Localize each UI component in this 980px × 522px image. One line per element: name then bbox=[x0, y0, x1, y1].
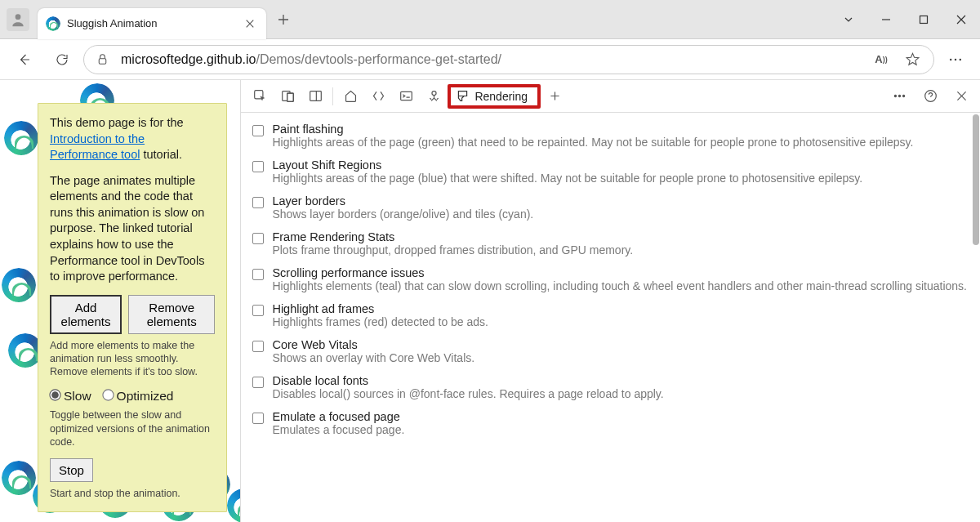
devtools-pane: Rendering Paint flashingHighlights areas bbox=[241, 80, 980, 522]
page-content: This demo page is for the Introduction t… bbox=[0, 80, 241, 522]
devtools-more-button[interactable] bbox=[885, 83, 913, 110]
option-checkbox[interactable] bbox=[252, 377, 264, 388]
svg-rect-1 bbox=[920, 16, 928, 23]
profile-button[interactable] bbox=[7, 8, 29, 31]
window-close-button[interactable] bbox=[942, 0, 980, 39]
devtools-close-button[interactable] bbox=[947, 83, 975, 110]
tab-actions-button[interactable] bbox=[830, 0, 867, 39]
site-info-lock-icon[interactable] bbox=[96, 52, 109, 66]
option-checkbox[interactable] bbox=[252, 341, 264, 352]
dock-side-button[interactable] bbox=[301, 83, 329, 110]
toggle-hint: Toggle between the slow and optimized ve… bbox=[50, 408, 215, 448]
svg-point-0 bbox=[16, 14, 21, 20]
option-description: Shows layer borders (orange/olive) and t… bbox=[272, 207, 967, 221]
rendering-option: Layout Shift RegionsHighlights areas of … bbox=[247, 154, 980, 190]
optimized-radio[interactable] bbox=[102, 390, 114, 401]
option-title: Highlight ad frames bbox=[272, 302, 967, 315]
slow-radio-label[interactable]: Slow bbox=[50, 388, 91, 405]
browser-toolbar: microsoftedge.github.io/Demos/devtools-p… bbox=[0, 39, 980, 80]
option-description: Highlights elements (teal) that can slow… bbox=[272, 279, 967, 292]
url-text: microsoftedge.github.io/Demos/devtools-p… bbox=[121, 52, 860, 67]
svg-point-15 bbox=[898, 95, 900, 96]
paintbrush-icon bbox=[456, 89, 470, 103]
window-maximize-button[interactable] bbox=[905, 0, 942, 39]
stop-button[interactable]: Stop bbox=[50, 458, 93, 482]
svg-point-16 bbox=[902, 95, 904, 96]
option-description: Emulates a focused page. bbox=[272, 423, 967, 436]
option-description: Highlights areas of the page (green) tha… bbox=[272, 136, 967, 149]
option-title: Core Web Vitals bbox=[272, 338, 967, 351]
elements-tab-icon[interactable] bbox=[364, 83, 392, 110]
device-toggle-button[interactable] bbox=[274, 83, 301, 110]
option-checkbox[interactable] bbox=[252, 161, 264, 172]
rendering-option: Layer bordersShows layer borders (orange… bbox=[247, 190, 980, 225]
welcome-tab-icon[interactable] bbox=[336, 83, 364, 110]
favorite-star-button[interactable] bbox=[902, 50, 922, 69]
titlebar: Sluggish Animation bbox=[0, 0, 980, 39]
edge-favicon-icon bbox=[46, 16, 60, 31]
rendering-panel[interactable]: Paint flashingHighlights areas of the pa… bbox=[241, 113, 980, 522]
option-checkbox[interactable] bbox=[252, 269, 264, 280]
add-remove-hint: Add more elements to make the animation … bbox=[50, 339, 215, 379]
option-description: Shows an overlay with Core Web Vitals. bbox=[272, 351, 967, 364]
devtools-help-button[interactable] bbox=[916, 83, 944, 110]
inspect-element-button[interactable] bbox=[246, 83, 274, 110]
rendering-option: Disable local fontsDisables local() sour… bbox=[247, 369, 980, 405]
demo-info-box: This demo page is for the Introduction t… bbox=[38, 103, 227, 512]
intro-link[interactable]: Introduction to the Performance tool bbox=[50, 132, 145, 162]
option-title: Emulate a focused page bbox=[272, 410, 967, 423]
settings-more-button[interactable] bbox=[939, 43, 972, 76]
rendering-option: Paint flashingHighlights areas of the pa… bbox=[247, 118, 980, 154]
rendering-tab[interactable]: Rendering bbox=[448, 84, 541, 109]
option-title: Scrolling performance issues bbox=[272, 266, 967, 279]
option-checkbox[interactable] bbox=[252, 197, 264, 208]
console-tab-icon[interactable] bbox=[392, 83, 420, 110]
option-title: Disable local fonts bbox=[272, 374, 967, 387]
option-title: Layout Shift Regions bbox=[272, 158, 967, 172]
rendering-option: Frame Rendering StatsPlots frame through… bbox=[247, 225, 980, 261]
devtools-toolbar: Rendering bbox=[241, 80, 980, 113]
rendering-option: Scrolling performance issuesHighlights e… bbox=[247, 261, 980, 297]
option-title: Frame Rendering Stats bbox=[272, 230, 967, 243]
option-checkbox[interactable] bbox=[252, 305, 264, 316]
svg-rect-10 bbox=[310, 91, 322, 101]
svg-rect-2 bbox=[99, 59, 106, 64]
tab-title: Sluggish Animation bbox=[67, 17, 235, 29]
new-tab-button[interactable] bbox=[270, 6, 297, 33]
add-elements-button[interactable]: Add elements bbox=[50, 295, 122, 334]
scrollbar-thumb[interactable] bbox=[973, 114, 979, 245]
option-title: Layer borders bbox=[272, 194, 967, 207]
option-checkbox[interactable] bbox=[252, 233, 264, 244]
back-button[interactable] bbox=[8, 43, 41, 76]
slow-radio[interactable] bbox=[49, 390, 60, 401]
svg-point-4 bbox=[955, 58, 957, 60]
stop-hint: Start and stop the animation. bbox=[50, 487, 215, 500]
optimized-radio-label[interactable]: Optimized bbox=[103, 388, 174, 405]
option-description: Highlights frames (red) detected to be a… bbox=[272, 315, 967, 328]
address-bar[interactable]: microsoftedge.github.io/Demos/devtools-p… bbox=[83, 45, 934, 74]
svg-point-13 bbox=[432, 91, 436, 96]
option-checkbox[interactable] bbox=[252, 413, 264, 424]
svg-rect-12 bbox=[401, 91, 412, 100]
remove-elements-button[interactable]: Remove elements bbox=[128, 295, 215, 334]
option-title: Paint flashing bbox=[272, 123, 967, 136]
browser-tab[interactable]: Sluggish Animation bbox=[38, 8, 266, 39]
sources-tab-icon[interactable] bbox=[420, 83, 448, 110]
svg-rect-8 bbox=[287, 93, 294, 101]
option-description: Highlights areas of the page (blue) that… bbox=[272, 172, 967, 185]
option-checkbox[interactable] bbox=[252, 125, 264, 136]
tab-close-button[interactable] bbox=[242, 16, 258, 32]
rendering-tab-label: Rendering bbox=[474, 90, 528, 103]
svg-point-3 bbox=[950, 58, 952, 60]
svg-point-5 bbox=[960, 58, 962, 60]
refresh-button[interactable] bbox=[46, 43, 78, 76]
more-tabs-button[interactable] bbox=[541, 83, 568, 110]
rendering-option: Emulate a focused pageEmulates a focused… bbox=[247, 405, 980, 441]
option-description: Plots frame throughput, dropped frames d… bbox=[272, 243, 967, 257]
read-aloud-button[interactable]: A)) bbox=[871, 50, 891, 69]
description-paragraph: The page animates multiple elements and … bbox=[50, 173, 215, 285]
svg-point-14 bbox=[894, 95, 896, 96]
rendering-option: Highlight ad framesHighlights frames (re… bbox=[247, 297, 980, 333]
window-minimize-button[interactable] bbox=[867, 0, 905, 39]
rendering-option: Core Web VitalsShows an overlay with Cor… bbox=[247, 333, 980, 369]
